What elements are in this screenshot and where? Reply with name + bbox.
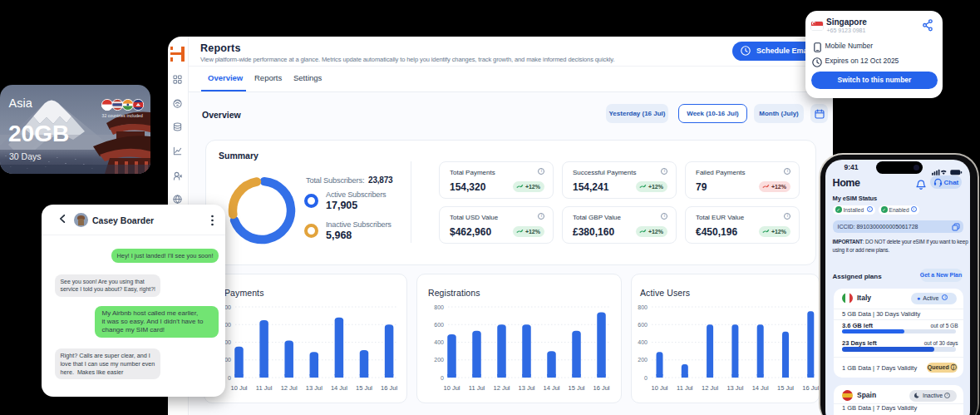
svg-text:0: 0 — [441, 375, 444, 381]
svg-text:600: 600 — [434, 322, 444, 328]
svg-text:16 Jul: 16 Jul — [593, 384, 609, 392]
svg-text:10 Jul: 10 Jul — [651, 384, 667, 392]
svg-text:200: 200 — [638, 357, 648, 363]
svg-text:15 Jul: 15 Jul — [356, 384, 372, 392]
svg-text:400: 400 — [434, 339, 444, 345]
svg-text:0: 0 — [644, 375, 648, 381]
svg-text:12 Jul: 12 Jul — [281, 384, 298, 392]
svg-text:0: 0 — [228, 375, 231, 381]
svg-text:13 Jul: 13 Jul — [518, 384, 534, 392]
svg-text:15 Jul: 15 Jul — [777, 384, 794, 392]
svg-text:14 Jul: 14 Jul — [752, 384, 769, 392]
svg-text:12 Jul: 12 Jul — [702, 384, 718, 392]
svg-text:13 Jul: 13 Jul — [726, 384, 743, 392]
svg-text:800: 800 — [434, 304, 444, 310]
svg-text:11 Jul: 11 Jul — [677, 384, 693, 392]
svg-text:10 Jul: 10 Jul — [443, 384, 460, 392]
svg-text:16 Jul: 16 Jul — [802, 384, 819, 392]
svg-text:16 Jul: 16 Jul — [381, 384, 397, 392]
svg-text:13 Jul: 13 Jul — [306, 384, 323, 392]
svg-text:800: 800 — [638, 304, 648, 310]
svg-text:11 Jul: 11 Jul — [469, 384, 485, 392]
svg-text:14 Jul: 14 Jul — [543, 384, 559, 392]
svg-text:12 Jul: 12 Jul — [493, 384, 510, 392]
svg-text:10 Jul: 10 Jul — [230, 384, 247, 392]
svg-text:14 Jul: 14 Jul — [331, 384, 347, 392]
svg-text:600: 600 — [638, 322, 648, 328]
svg-text:11 Jul: 11 Jul — [256, 384, 273, 392]
svg-text:200: 200 — [434, 357, 444, 363]
svg-text:15 Jul: 15 Jul — [568, 384, 584, 392]
svg-text:400: 400 — [638, 339, 648, 345]
